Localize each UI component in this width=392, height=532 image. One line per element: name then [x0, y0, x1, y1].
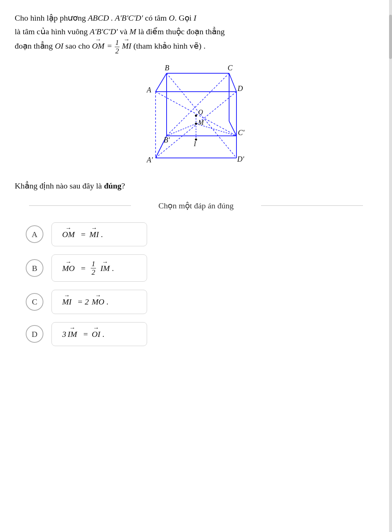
problem-text-sao-cho: sao cho — [63, 41, 92, 50]
eq-b: = — [78, 262, 88, 275]
eq-sign: = — [105, 41, 114, 50]
svg-text:A': A' — [146, 156, 153, 164]
om-vec-a: OM — [62, 228, 75, 241]
scrollbar[interactable] — [389, 0, 392, 532]
option-d-label: D — [32, 328, 38, 341]
oi-vec-d: OI — [92, 328, 100, 341]
option-row-a[interactable]: A OM = MI . — [26, 222, 366, 246]
om-vec: OM — [92, 39, 104, 53]
option-row-b[interactable]: B MO = 12 IM . — [26, 254, 366, 282]
svg-line-21 — [167, 124, 196, 136]
choose-label: Chọn một đáp án đúng — [15, 199, 377, 212]
period-a: . — [101, 228, 103, 241]
svg-text:C: C — [228, 64, 233, 72]
coef-d: 3 — [62, 328, 66, 341]
cube-label: ABCD . A'B'C'D' — [88, 13, 143, 22]
option-d-math: 3 IM = OI . — [62, 328, 104, 341]
diagram-container: B C A D B' C' A' D' O M I — [15, 62, 377, 173]
problem-text-part6: là điểm thuộc đoạn thẳng — [136, 27, 225, 36]
option-box-b[interactable]: MO = 12 IM . — [51, 254, 147, 282]
svg-text:B: B — [165, 64, 169, 72]
option-row-c[interactable]: C MI = 2 MO . — [26, 290, 366, 314]
svg-text:A: A — [146, 86, 152, 94]
problem-text-part3: . Gọi — [175, 13, 194, 22]
problem-text: Cho hình lập phương ABCD . A'B'C'D' có t… — [15, 11, 377, 55]
svg-text:D: D — [237, 84, 243, 92]
mi-vec-a: MI — [89, 228, 99, 241]
period-d: . — [103, 328, 105, 341]
problem-text-part8: (tham khảo hình vẽ) . — [131, 41, 206, 50]
mi-vec-c: MI — [62, 295, 72, 308]
option-circle-d[interactable]: D — [26, 325, 43, 343]
im-vec-d: IM — [68, 328, 77, 341]
mo-vec-c: MO — [92, 295, 104, 308]
option-box-a[interactable]: OM = MI . — [51, 222, 147, 246]
mi-vec: MI — [122, 39, 131, 53]
svg-text:B': B' — [164, 136, 170, 144]
option-box-d[interactable]: 3 IM = OI . — [51, 322, 147, 346]
i-label: I — [193, 13, 196, 22]
problem-text-part2: có tâm — [143, 13, 169, 22]
option-b-math: MO = 12 IM . — [62, 260, 114, 276]
option-circle-b[interactable]: B — [26, 259, 43, 277]
scrollbar-thumb[interactable] — [389, 15, 392, 59]
svg-point-36 — [195, 123, 197, 125]
svg-text:O: O — [198, 109, 203, 116]
mo-vec-b: MO — [62, 262, 75, 275]
option-b-label: B — [32, 262, 38, 275]
option-circle-a[interactable]: A — [26, 225, 43, 243]
center-label: O — [169, 13, 175, 22]
cube-diagram: B C A D B' C' A' D' O M I — [133, 62, 259, 173]
problem-text-part4: là tâm của hình vuông — [15, 27, 90, 36]
oi-label: OI — [55, 41, 63, 50]
option-a-label: A — [32, 228, 38, 241]
svg-text:D': D' — [237, 155, 244, 163]
option-c-math: MI = 2 MO . — [62, 295, 108, 308]
svg-point-37 — [195, 138, 197, 141]
fraction-12: 12 — [115, 39, 120, 55]
problem-text-part1: Cho hình lập phương — [15, 13, 88, 22]
svg-point-35 — [195, 114, 197, 117]
option-circle-c[interactable]: C — [26, 293, 43, 311]
svg-line-2 — [229, 73, 236, 92]
svg-text:M: M — [198, 119, 204, 126]
eq-d: = — [81, 328, 90, 341]
eq-c: = 2 — [75, 295, 89, 308]
eq-a: = — [78, 228, 88, 241]
option-row-d[interactable]: D 3 IM = OI . — [26, 322, 366, 346]
period-b: . — [112, 262, 114, 275]
option-c-label: C — [32, 295, 38, 308]
option-box-c[interactable]: MI = 2 MO . — [51, 290, 147, 314]
im-vec-b: IM — [100, 262, 110, 275]
question-line: Khẳng định nào sau đây là đúng? — [15, 179, 377, 192]
svg-text:I: I — [193, 140, 196, 148]
option-a-math: OM = MI . — [62, 228, 103, 241]
svg-text:C': C' — [238, 128, 245, 137]
problem-text-part7: đoạn thẳng — [15, 41, 55, 50]
fraction-b: 12 — [91, 260, 96, 276]
period-c: . — [107, 295, 109, 308]
options-container: A OM = MI . B MO = 12 IM . — [15, 222, 377, 346]
svg-line-0 — [156, 73, 167, 92]
